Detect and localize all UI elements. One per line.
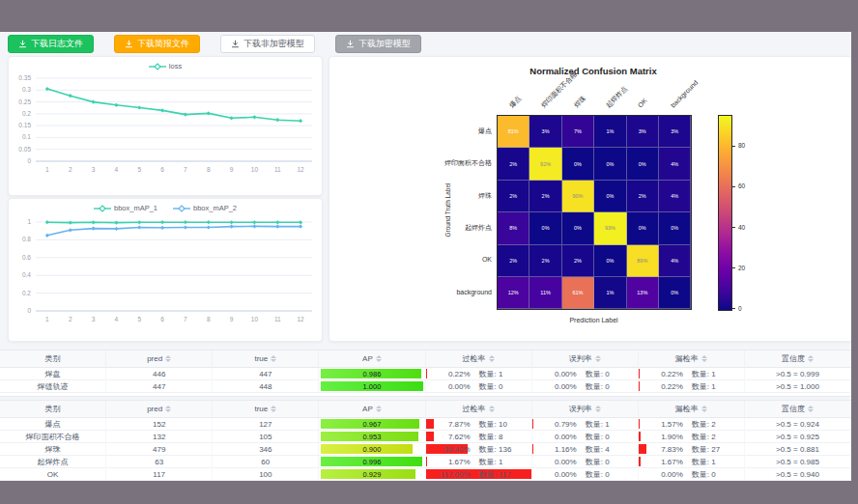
mis-rate-bar xyxy=(532,444,533,454)
sort-up-arrow xyxy=(165,406,171,408)
col-header-class: 类别 xyxy=(0,401,106,418)
pred-value: 152 xyxy=(153,420,165,429)
download-button-1[interactable]: 下载日志文件 xyxy=(8,35,94,53)
colorbar-tick-label: 40 xyxy=(738,223,745,232)
col-header-mis[interactable]: 误判率 xyxy=(532,350,639,368)
matrix-cell: 2% xyxy=(529,245,561,277)
sort-up-arrow xyxy=(808,355,814,358)
matrix-cell: 0% xyxy=(627,212,659,244)
svg-text:7: 7 xyxy=(184,316,187,322)
miss-rate-value: 1.90% xyxy=(641,433,683,441)
sort-down-arrow xyxy=(701,359,707,362)
ap-bar: 0.929 xyxy=(321,469,422,479)
mis-count: 数量: 1 xyxy=(586,419,636,430)
col-header-over[interactable]: 过检率 xyxy=(426,401,532,418)
colorbar-tick xyxy=(732,308,735,309)
legend-item-bbox_mAP_2[interactable]: bbox_mAP_2 xyxy=(173,204,237,212)
table-row: 焊缝轨迹4474481.0000.00%数量: 00.00%数量: 00.22%… xyxy=(0,380,851,393)
col-header-pred[interactable]: pred xyxy=(106,401,213,418)
ap-bar: 0.967 xyxy=(321,419,422,429)
col-header-label: 过检率 xyxy=(463,353,486,364)
legend-label: bbox_mAP_1 xyxy=(114,204,157,212)
legend-item-loss[interactable]: loss xyxy=(149,62,182,70)
col-header-true[interactable]: true xyxy=(213,350,319,368)
matrix-cell: 12% xyxy=(498,277,529,309)
sort-down-arrow xyxy=(701,409,707,412)
legend-item-bbox_mAP_1[interactable]: bbox_mAP_1 xyxy=(94,204,157,212)
table-row: 焊盘4464470.9860.22%数量: 10.00%数量: 00.22%数量… xyxy=(0,368,851,380)
col-header-miss[interactable]: 漏检率 xyxy=(639,401,745,418)
col-header-miss[interactable]: 漏检率 xyxy=(639,350,745,368)
download-button-label: 下载非加密模型 xyxy=(243,40,304,48)
miss-rate-value: 7.83% xyxy=(641,445,683,454)
col-header-label: 类别 xyxy=(45,353,61,364)
cell-pred: 447 xyxy=(106,380,213,393)
svg-text:3: 3 xyxy=(92,316,96,322)
download-button-4[interactable]: 下载加密模型 xyxy=(335,35,421,53)
matrix-cell: 8% xyxy=(498,212,529,244)
matrix-cell: 0% xyxy=(659,212,691,244)
matrix-y-axis-label: Ground Truth Label xyxy=(444,157,451,264)
pred-value: 446 xyxy=(153,370,165,378)
svg-text:3: 3 xyxy=(92,166,96,173)
legend-marker-icon xyxy=(94,205,111,212)
matrix-cell: 90% xyxy=(562,181,594,212)
mis-rate-value: 0.00% xyxy=(534,433,577,441)
bbox-map-line-chart: 00.20.40.60.81123456789101112 xyxy=(11,214,318,338)
cell-class: 起焊炸点 xyxy=(0,456,106,468)
ap-bar: 0.900 xyxy=(321,444,422,454)
sort-icon xyxy=(489,355,495,362)
mis-count: 数量: 0 xyxy=(586,469,636,480)
col-header-ap[interactable]: AP xyxy=(319,401,425,418)
results-table-2: 类别predtrueAP过检率误判率漏检率置信度爆点1521270.9677.8… xyxy=(0,400,851,481)
cell-ap: 0.929 xyxy=(319,468,425,481)
svg-text:0.35: 0.35 xyxy=(18,74,31,81)
matrix-cell: 0% xyxy=(529,212,561,244)
svg-text:11: 11 xyxy=(274,166,281,173)
sort-icon xyxy=(376,355,382,362)
cell-true: 100 xyxy=(213,468,319,481)
cell-over: 1.67%数量: 1 xyxy=(426,456,532,468)
col-header-true[interactable]: true xyxy=(213,401,319,418)
legend-marker-icon xyxy=(173,205,190,212)
map-chart-card: bbox_mAP_1bbox_mAP_2 00.20.40.60.8112345… xyxy=(8,198,323,342)
col-header-label: pred xyxy=(147,354,162,363)
cell-class: 焊珠 xyxy=(0,443,106,456)
cell-miss: 1.57%数量: 2 xyxy=(639,418,745,431)
confusion-matrix-card: Normalized Confusion Matrix Ground Truth… xyxy=(329,56,851,342)
svg-text:0.3: 0.3 xyxy=(22,86,31,93)
cell-mis: 0.00%数量: 0 xyxy=(532,380,639,393)
matrix-cell: 1% xyxy=(594,277,626,309)
sort-up-arrow xyxy=(595,355,601,358)
col-header-ap[interactable]: AP xyxy=(319,350,425,368)
sort-down-arrow xyxy=(489,359,495,362)
svg-text:8: 8 xyxy=(207,316,211,322)
cell-conf: >0.5 = 0.940 xyxy=(745,468,851,481)
col-header-mis[interactable]: 误判率 xyxy=(532,401,639,418)
colorbar-tick xyxy=(732,227,735,228)
matrix-row-label: background xyxy=(329,288,492,297)
sort-icon xyxy=(701,406,707,412)
over-rate-bar xyxy=(426,369,427,378)
download-button-3[interactable]: 下载非加密模型 xyxy=(220,35,315,53)
miss-count: 数量: 1 xyxy=(692,369,742,379)
sort-up-arrow xyxy=(489,406,495,408)
cell-over: 117.00%数量: 117 xyxy=(426,468,532,481)
svg-text:0.1: 0.1 xyxy=(22,133,31,140)
miss-count: 数量: 0 xyxy=(692,469,742,480)
ap-value: 0.900 xyxy=(363,445,382,454)
col-header-conf[interactable]: 置信度 xyxy=(745,401,851,418)
class-value: 起焊炸点 xyxy=(38,457,69,467)
col-header-over[interactable]: 过检率 xyxy=(426,350,532,368)
ap-value: 0.967 xyxy=(363,420,382,429)
col-header-conf[interactable]: 置信度 xyxy=(745,350,851,368)
col-header-pred[interactable]: pred xyxy=(106,350,213,368)
sort-icon xyxy=(808,355,814,362)
col-header-label: 漏检率 xyxy=(675,404,699,414)
col-header-label: 过检率 xyxy=(463,404,486,414)
cell-class: 爆点 xyxy=(0,418,106,431)
legend-label: loss xyxy=(169,62,182,70)
cell-conf: >0.5 = 0.925 xyxy=(745,431,851,443)
miss-count: 数量: 1 xyxy=(692,381,742,392)
download-button-2[interactable]: 下载简报文件 xyxy=(114,35,200,53)
